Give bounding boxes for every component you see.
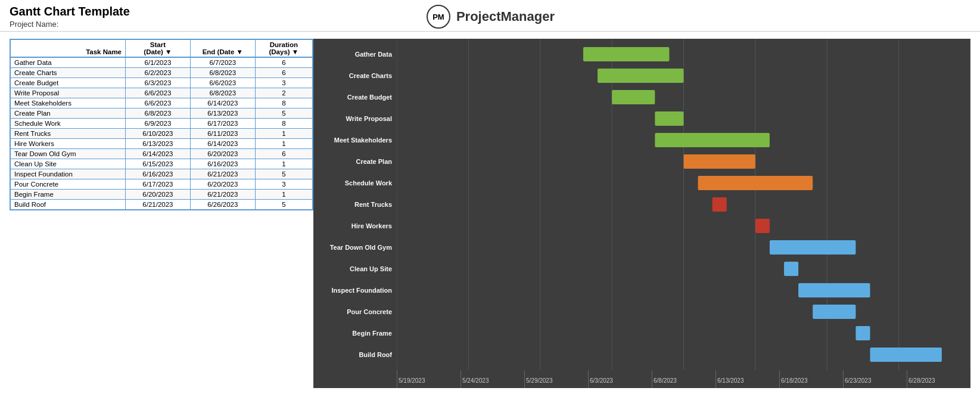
- gantt-label: Create Budget: [313, 86, 397, 108]
- end-date-cell: 6/17/2023: [190, 119, 255, 129]
- gantt-label: Rent Trucks: [313, 194, 397, 215]
- end-date-cell: 6/11/2023: [190, 129, 255, 139]
- xaxis-label: 6/23/2023: [843, 370, 907, 388]
- table-row: Create Budget 6/3/2023 6/6/2023 3: [10, 78, 313, 88]
- duration-cell: 8: [255, 98, 313, 108]
- task-name-cell: Create Budget: [10, 78, 126, 88]
- duration-cell: 6: [255, 68, 313, 78]
- xaxis-label: 6/3/2023: [588, 370, 652, 388]
- table-row: Schedule Work 6/9/2023 6/17/2023 8: [10, 119, 313, 129]
- gantt-label: Hire Workers: [313, 215, 397, 237]
- gantt-label: Build Roof: [313, 344, 397, 365]
- gantt-bar: [855, 326, 870, 340]
- start-date-cell: 6/20/2023: [126, 190, 191, 200]
- task-name-cell: Meet Stakeholders: [10, 98, 126, 108]
- xaxis-label: 6/28/2023: [907, 370, 970, 388]
- task-name-cell: Begin Frame: [10, 190, 126, 200]
- task-name-cell: Create Charts: [10, 68, 126, 78]
- header: Gantt Chart Template Project Name: PM Pr…: [0, 0, 980, 32]
- task-name-cell: Clean Up Site: [10, 159, 126, 169]
- duration-cell: 1: [255, 129, 313, 139]
- gantt-x-axis: 5/19/20235/24/20235/29/20236/3/20236/8/2…: [397, 370, 970, 388]
- end-date-cell: 6/26/2023: [190, 200, 255, 210]
- table-row: Create Charts 6/2/2023 6/8/2023 6: [10, 68, 313, 78]
- duration-cell: 3: [255, 179, 313, 190]
- start-date-cell: 6/17/2023: [126, 179, 191, 190]
- gantt-label: Create Charts: [313, 65, 397, 86]
- start-date-cell: 6/14/2023: [126, 149, 191, 159]
- gantt-bar: [598, 69, 683, 83]
- table-row: Write Proposal 6/6/2023 6/8/2023 2: [10, 88, 313, 98]
- gantt-label: Tear Down Old Gym: [313, 237, 397, 258]
- logo-name: ProjectManager: [456, 9, 555, 24]
- start-date-cell: 6/9/2023: [126, 119, 191, 129]
- duration-cell: 1: [255, 190, 313, 200]
- end-date-cell: 6/16/2023: [190, 159, 255, 169]
- gantt-bar: [755, 219, 770, 233]
- xaxis-label: 6/18/2023: [779, 370, 843, 388]
- gantt-label: Create Plan: [313, 151, 397, 172]
- end-date-cell: 6/14/2023: [190, 98, 255, 108]
- gantt-bar: [798, 283, 870, 297]
- gantt-label: Begin Frame: [313, 322, 397, 344]
- duration-cell: 8: [255, 119, 313, 129]
- page-title: Gantt Chart Template: [10, 5, 130, 18]
- duration-cell: 6: [255, 149, 313, 159]
- xaxis-label: 6/13/2023: [715, 370, 779, 388]
- gantt-bar: [612, 90, 655, 104]
- start-date-cell: 6/2/2023: [126, 68, 191, 78]
- duration-cell: 5: [255, 200, 313, 210]
- gantt-bar: [713, 197, 727, 212]
- duration-cell: 2: [255, 88, 313, 98]
- start-date-cell: 6/15/2023: [126, 159, 191, 169]
- table-row: Rent Trucks 6/10/2023 6/11/2023 1: [10, 129, 313, 139]
- end-date-cell: 6/20/2023: [190, 179, 255, 190]
- table-row: Gather Data 6/1/2023 6/7/2023 6: [10, 57, 313, 68]
- table-row: Meet Stakeholders 6/6/2023 6/14/2023 8: [10, 98, 313, 108]
- gantt-label: Clean Up Site: [313, 258, 397, 280]
- task-table-body: Gather Data 6/1/2023 6/7/2023 6 Create C…: [10, 57, 313, 210]
- task-name-cell: Pour Concrete: [10, 179, 126, 190]
- start-date-cell: 6/13/2023: [126, 139, 191, 149]
- title-block: Gantt Chart Template Project Name:: [10, 5, 130, 29]
- end-date-cell: 6/8/2023: [190, 88, 255, 98]
- task-name-cell: Hire Workers: [10, 139, 126, 149]
- gantt-bars-area: [397, 39, 970, 370]
- table-row: Clean Up Site 6/15/2023 6/16/2023 1: [10, 159, 313, 169]
- col-header-duration: Duration(Days) ▼: [255, 39, 313, 57]
- gantt-label: Schedule Work: [313, 172, 397, 194]
- main-content: Task Name Start(Date) ▼ End (Date ▼ Dura…: [0, 32, 980, 395]
- duration-cell: 6: [255, 57, 313, 68]
- gantt-bar: [655, 133, 770, 147]
- gantt-label: Write Proposal: [313, 108, 397, 129]
- end-date-cell: 6/6/2023: [190, 78, 255, 88]
- gantt-chart-section: Gather DataCreate ChartsCreate BudgetWri…: [313, 39, 970, 388]
- end-date-cell: 6/14/2023: [190, 139, 255, 149]
- start-date-cell: 6/6/2023: [126, 98, 191, 108]
- duration-cell: 1: [255, 139, 313, 149]
- xaxis-label: 5/24/2023: [461, 370, 524, 388]
- end-date-cell: 6/8/2023: [190, 68, 255, 78]
- table-row: Pour Concrete 6/17/2023 6/20/2023 3: [10, 179, 313, 190]
- start-date-cell: 6/21/2023: [126, 200, 191, 210]
- gantt-bar: [813, 305, 855, 319]
- table-row: Create Plan 6/8/2023 6/13/2023 5: [10, 108, 313, 119]
- duration-cell: 3: [255, 78, 313, 88]
- gantt-table: Task Name Start(Date) ▼ End (Date ▼ Dura…: [10, 39, 313, 210]
- table-row: Hire Workers 6/13/2023 6/14/2023 1: [10, 139, 313, 149]
- gantt-bar: [770, 240, 855, 255]
- col-header-task: Task Name: [10, 39, 126, 57]
- duration-cell: 5: [255, 169, 313, 179]
- end-date-cell: 6/20/2023: [190, 149, 255, 159]
- task-table-section: Task Name Start(Date) ▼ End (Date ▼ Dura…: [10, 39, 313, 388]
- col-header-end: End (Date ▼: [190, 39, 255, 57]
- xaxis-label: 5/19/2023: [397, 370, 461, 388]
- start-date-cell: 6/1/2023: [126, 57, 191, 68]
- gantt-bar: [784, 262, 798, 276]
- start-date-cell: 6/10/2023: [126, 129, 191, 139]
- col-header-start: Start(Date) ▼: [126, 39, 191, 57]
- logo-icon: PM: [427, 5, 450, 29]
- gantt-bar: [583, 47, 669, 61]
- task-name-cell: Rent Trucks: [10, 129, 126, 139]
- task-name-cell: Inspect Foundation: [10, 169, 126, 179]
